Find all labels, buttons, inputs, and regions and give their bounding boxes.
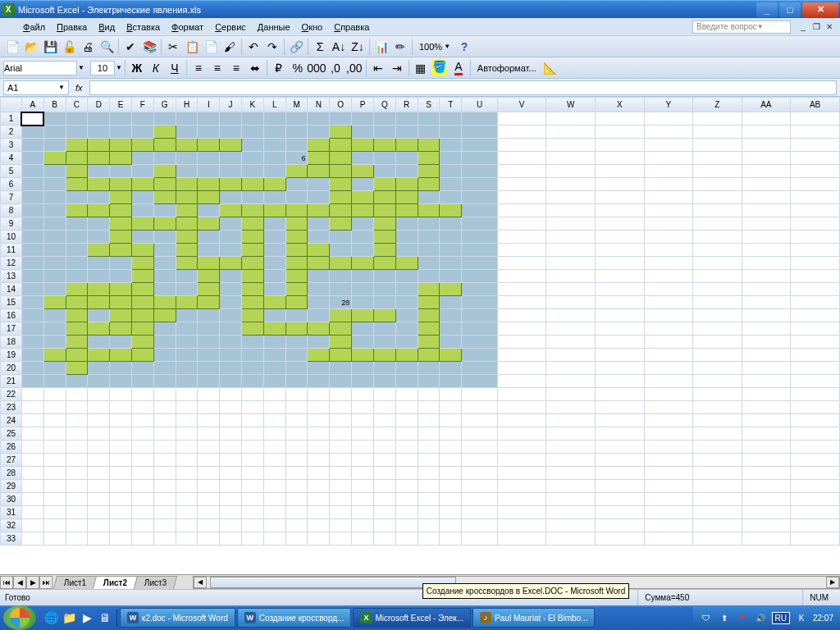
cell-r29c21[interactable] <box>462 480 498 493</box>
cell-r16c28[interactable] <box>791 309 840 322</box>
cell-r7c8[interactable] <box>176 191 198 204</box>
cell-r26c23[interactable] <box>546 441 596 454</box>
cell-r20c12[interactable] <box>263 362 285 375</box>
tray-shield-icon[interactable]: 🛡 <box>700 611 713 624</box>
align-center-icon[interactable]: ≡ <box>208 59 226 77</box>
cell-r9c1[interactable] <box>21 217 43 231</box>
cell-r25c19[interactable] <box>418 427 440 441</box>
cell-r27c1[interactable] <box>21 454 43 467</box>
cell-r4c1[interactable] <box>21 152 43 165</box>
cell-r29c2[interactable] <box>43 480 66 493</box>
cell-r29c16[interactable] <box>352 480 374 493</box>
cell-r1c3[interactable] <box>66 112 88 126</box>
cell-r14c5[interactable] <box>110 283 132 296</box>
cell-r13c18[interactable] <box>395 270 418 283</box>
cell-r26c7[interactable] <box>153 441 176 454</box>
cell-r23c23[interactable] <box>546 401 596 414</box>
cell-r26c14[interactable] <box>308 441 330 454</box>
cell-r21c18[interactable] <box>395 375 418 388</box>
cell-r17c8[interactable] <box>176 322 198 336</box>
cell-r25c10[interactable] <box>220 427 242 441</box>
cell-r5c7[interactable] <box>153 165 176 178</box>
cell-r33c17[interactable] <box>373 532 395 546</box>
cell-r13c24[interactable] <box>596 270 645 283</box>
sheet-tab-Лист2[interactable]: Лист2 <box>93 576 138 589</box>
cell-r5c6[interactable] <box>131 165 153 178</box>
cell-r21c28[interactable] <box>791 375 840 388</box>
cell-r26c2[interactable] <box>43 441 66 454</box>
cell-r12c6[interactable] <box>131 257 153 270</box>
cell-r1c22[interactable] <box>497 112 546 126</box>
cell-r16c20[interactable] <box>440 309 462 322</box>
cell-r7c23[interactable] <box>546 191 596 204</box>
cell-r2c7[interactable] <box>153 126 176 139</box>
cell-r11c3[interactable] <box>66 244 88 257</box>
cell-r22c12[interactable] <box>263 388 285 401</box>
cell-r23c24[interactable] <box>596 401 645 414</box>
formula-input[interactable] <box>89 80 837 95</box>
cell-r21c23[interactable] <box>546 375 596 388</box>
row-header-24[interactable]: 24 <box>1 414 22 427</box>
row-header-21[interactable]: 21 <box>1 375 22 388</box>
col-header-K[interactable]: K <box>242 98 264 112</box>
cell-r28c10[interactable] <box>220 467 242 480</box>
cell-r9c2[interactable] <box>43 217 66 231</box>
cell-r29c24[interactable] <box>596 480 645 493</box>
cell-r13c20[interactable] <box>440 270 462 283</box>
cell-r13c15[interactable] <box>330 270 352 283</box>
cell-r12c19[interactable] <box>418 257 440 270</box>
cell-r1c2[interactable] <box>43 112 66 126</box>
cell-r33c4[interactable] <box>88 532 110 546</box>
cell-r31c12[interactable] <box>263 506 285 519</box>
cell-r11c19[interactable] <box>418 244 440 257</box>
cell-r13c14[interactable] <box>308 270 330 283</box>
cell-r16c3[interactable] <box>66 309 88 322</box>
cell-r11c21[interactable] <box>462 244 498 257</box>
cell-r27c4[interactable] <box>88 454 110 467</box>
cell-r6c27[interactable] <box>742 178 791 191</box>
cell-r12c25[interactable] <box>644 257 693 270</box>
cell-r4c14[interactable] <box>308 152 330 165</box>
cell-r2c28[interactable] <box>791 126 840 139</box>
cell-r7c26[interactable] <box>693 191 742 204</box>
cell-r16c22[interactable] <box>497 309 546 322</box>
cell-r21c20[interactable] <box>440 375 462 388</box>
cell-r7c1[interactable] <box>21 191 43 204</box>
col-header-B[interactable]: B <box>43 98 66 112</box>
cell-r26c6[interactable] <box>131 441 153 454</box>
cell-r29c23[interactable] <box>546 480 596 493</box>
cell-r12c8[interactable] <box>176 257 198 270</box>
cell-r3c7[interactable] <box>153 139 176 152</box>
cell-r24c15[interactable] <box>330 414 352 427</box>
cell-r19c14[interactable] <box>308 349 330 362</box>
cell-r30c28[interactable] <box>791 493 840 506</box>
cell-r31c16[interactable] <box>352 506 374 519</box>
cell-r32c16[interactable] <box>352 519 374 532</box>
cell-r17c13[interactable] <box>285 322 308 336</box>
cell-r25c13[interactable] <box>285 427 308 441</box>
cell-r29c3[interactable] <box>66 480 88 493</box>
cell-r18c6[interactable] <box>131 336 153 349</box>
cell-r14c7[interactable] <box>153 283 176 296</box>
cell-r32c8[interactable] <box>176 519 198 532</box>
cell-r6c24[interactable] <box>596 178 645 191</box>
merge-icon[interactable]: ⬌ <box>246 59 264 77</box>
cell-r22c4[interactable] <box>88 388 110 401</box>
cell-r6c28[interactable] <box>791 178 840 191</box>
cell-r11c12[interactable] <box>263 244 285 257</box>
increase-indent-icon[interactable]: ⇥ <box>388 59 406 77</box>
tab-nav-last[interactable]: ⏭ <box>39 576 52 589</box>
cell-r11c4[interactable] <box>88 244 110 257</box>
cell-r30c2[interactable] <box>43 493 66 506</box>
cell-r18c19[interactable] <box>418 336 440 349</box>
fx-button[interactable]: fx <box>72 83 86 93</box>
cell-r26c16[interactable] <box>352 441 374 454</box>
maximize-button[interactable]: □ <box>779 2 801 17</box>
cell-r31c11[interactable] <box>242 506 264 519</box>
cell-r14c28[interactable] <box>791 283 840 296</box>
cell-r16c6[interactable] <box>131 309 153 322</box>
col-header-G[interactable]: G <box>153 98 176 112</box>
cell-r28c11[interactable] <box>242 467 264 480</box>
cell-r27c15[interactable] <box>330 454 352 467</box>
cell-r6c15[interactable] <box>330 178 352 191</box>
